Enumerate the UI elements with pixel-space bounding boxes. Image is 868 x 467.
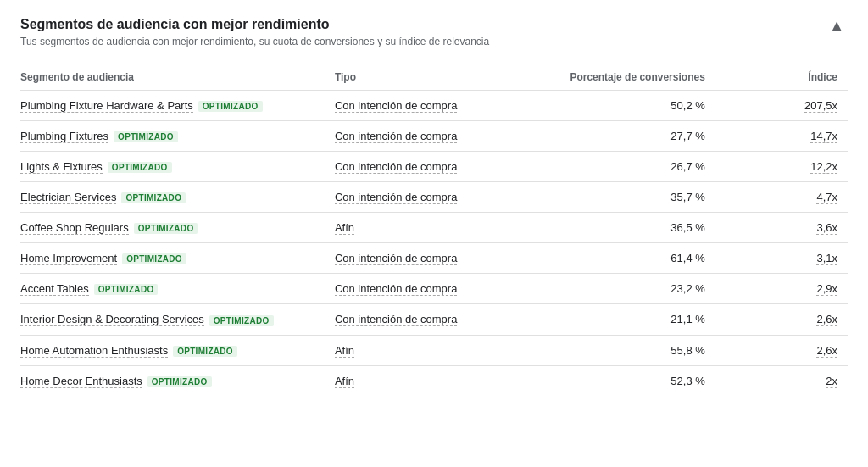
cell-pct: 55,8 % bbox=[566, 335, 715, 365]
table-header-row: Segmento de audiencia Tipo Porcentaje de… bbox=[20, 64, 848, 91]
cell-segment: Home Automation EnthusiastsOPTIMIZADO bbox=[20, 335, 335, 365]
optimizado-badge: OPTIMIZADO bbox=[94, 284, 159, 295]
index-value: 2x bbox=[826, 375, 837, 388]
cell-pct: 26,7 % bbox=[566, 152, 715, 182]
cell-pct: 21,1 % bbox=[566, 304, 715, 335]
cell-index: 12,2x bbox=[715, 152, 848, 182]
table-row: Electrician ServicesOPTIMIZADOCon intenc… bbox=[20, 182, 848, 213]
cell-index: 2,6x bbox=[715, 304, 848, 335]
segment-name-text[interactable]: Plumbing Fixtures bbox=[20, 130, 108, 143]
index-value: 2,6x bbox=[816, 344, 837, 358]
cell-type: Con intención de compra bbox=[335, 91, 566, 121]
segment-name-text[interactable]: Lights & Fixtures bbox=[20, 160, 103, 174]
cell-type: Afín bbox=[335, 335, 566, 365]
optimizado-badge: OPTIMIZADO bbox=[198, 101, 263, 112]
audience-table: Segmento de audiencia Tipo Porcentaje de… bbox=[20, 64, 848, 396]
cell-segment: Home Decor EnthusiastsOPTIMIZADO bbox=[20, 365, 335, 396]
index-value: 14,7x bbox=[810, 130, 837, 143]
optimizado-badge: OPTIMIZADO bbox=[121, 192, 186, 203]
cell-index: 2x bbox=[715, 365, 848, 396]
cell-type: Con intención de compra bbox=[335, 274, 566, 304]
page-subtitle: Tus segmentos de audiencia con mejor ren… bbox=[20, 36, 489, 47]
segment-name-text[interactable]: Accent Tables bbox=[20, 282, 89, 296]
cell-index: 3,1x bbox=[715, 243, 848, 274]
cell-index: 2,9x bbox=[715, 274, 848, 304]
cell-segment: Plumbing FixturesOPTIMIZADO bbox=[20, 121, 335, 152]
cell-index: 14,7x bbox=[715, 121, 848, 152]
segment-name-text[interactable]: Home Improvement bbox=[20, 252, 117, 265]
optimizado-badge: OPTIMIZADO bbox=[114, 131, 178, 142]
table-row: Home Automation EnthusiastsOPTIMIZADOAfí… bbox=[20, 335, 848, 365]
optimizado-badge: OPTIMIZADO bbox=[122, 253, 186, 264]
segment-name-text[interactable]: Interior Design & Decorating Services bbox=[20, 313, 204, 326]
optimizado-badge: OPTIMIZADO bbox=[147, 376, 212, 387]
cell-index: 207,5x bbox=[715, 91, 848, 121]
type-text: Con intención de compra bbox=[335, 252, 458, 265]
chevron-up-icon: ▲ bbox=[829, 17, 844, 34]
cell-type: Con intención de compra bbox=[335, 243, 566, 274]
cell-segment: Lights & FixturesOPTIMIZADO bbox=[20, 152, 335, 182]
optimizado-badge: OPTIMIZADO bbox=[209, 315, 274, 326]
type-text: Afín bbox=[335, 344, 354, 358]
index-value: 2,9x bbox=[816, 282, 837, 296]
cell-segment: Home ImprovementOPTIMIZADO bbox=[20, 243, 335, 274]
table-row: Home ImprovementOPTIMIZADOCon intención … bbox=[20, 243, 848, 274]
table-row: Plumbing Fixture Hardware & PartsOPTIMIZ… bbox=[20, 91, 848, 121]
cell-index: 4,7x bbox=[715, 182, 848, 213]
cell-pct: 23,2 % bbox=[566, 274, 715, 304]
col-header-pct: Porcentaje de conversiones bbox=[566, 64, 715, 91]
cell-pct: 61,4 % bbox=[566, 243, 715, 274]
cell-segment: Coffee Shop RegularsOPTIMIZADO bbox=[20, 213, 335, 243]
type-text: Con intención de compra bbox=[335, 160, 458, 174]
cell-index: 3,6x bbox=[715, 213, 848, 243]
segment-name-text[interactable]: Coffee Shop Regulars bbox=[20, 221, 129, 235]
type-text: Con intención de compra bbox=[335, 313, 458, 326]
index-value: 3,1x bbox=[816, 252, 837, 265]
optimizado-badge: OPTIMIZADO bbox=[173, 346, 237, 357]
table-row: Interior Design & Decorating ServicesOPT… bbox=[20, 304, 848, 335]
col-header-segment: Segmento de audiencia bbox=[20, 64, 335, 91]
col-header-index: Índice bbox=[715, 64, 848, 91]
cell-index: 2,6x bbox=[715, 335, 848, 365]
main-container: Segmentos de audiencia con mejor rendimi… bbox=[0, 0, 868, 413]
header-text: Segmentos de audiencia con mejor rendimi… bbox=[20, 17, 489, 64]
type-text: Con intención de compra bbox=[335, 282, 458, 296]
segment-name-text[interactable]: Plumbing Fixture Hardware & Parts bbox=[20, 99, 193, 113]
col-header-type: Tipo bbox=[335, 64, 566, 91]
optimizado-badge: OPTIMIZADO bbox=[108, 162, 172, 173]
cell-pct: 27,7 % bbox=[566, 121, 715, 152]
collapse-button[interactable]: ▲ bbox=[826, 17, 848, 35]
cell-type: Con intención de compra bbox=[335, 121, 566, 152]
cell-segment: Interior Design & Decorating ServicesOPT… bbox=[20, 304, 335, 335]
type-text: Con intención de compra bbox=[335, 99, 458, 113]
header-row: Segmentos de audiencia con mejor rendimi… bbox=[20, 17, 848, 64]
cell-type: Con intención de compra bbox=[335, 304, 566, 335]
segment-name-text[interactable]: Home Automation Enthusiasts bbox=[20, 344, 168, 358]
segment-name-text[interactable]: Home Decor Enthusiasts bbox=[20, 375, 142, 388]
cell-pct: 35,7 % bbox=[566, 182, 715, 213]
type-text: Afín bbox=[335, 375, 354, 388]
index-value: 3,6x bbox=[816, 221, 837, 235]
index-value: 12,2x bbox=[810, 160, 837, 174]
cell-type: Con intención de compra bbox=[335, 182, 566, 213]
index-value: 207,5x bbox=[804, 99, 837, 113]
type-text: Con intención de compra bbox=[335, 130, 458, 143]
segment-name-text[interactable]: Electrician Services bbox=[20, 191, 116, 204]
cell-segment: Plumbing Fixture Hardware & PartsOPTIMIZ… bbox=[20, 91, 335, 121]
table-row: Coffee Shop RegularsOPTIMIZADOAfín36,5 %… bbox=[20, 213, 848, 243]
type-text: Afín bbox=[335, 221, 354, 235]
table-body: Plumbing Fixture Hardware & PartsOPTIMIZ… bbox=[20, 91, 848, 396]
index-value: 2,6x bbox=[816, 313, 837, 326]
table-row: Home Decor EnthusiastsOPTIMIZADOAfín52,3… bbox=[20, 365, 848, 396]
table-row: Lights & FixturesOPTIMIZADOCon intención… bbox=[20, 152, 848, 182]
cell-type: Con intención de compra bbox=[335, 152, 566, 182]
cell-pct: 36,5 % bbox=[566, 213, 715, 243]
type-text: Con intención de compra bbox=[335, 191, 458, 204]
table-row: Plumbing FixturesOPTIMIZADOCon intención… bbox=[20, 121, 848, 152]
index-value: 4,7x bbox=[816, 191, 837, 204]
optimizado-badge: OPTIMIZADO bbox=[134, 223, 198, 234]
cell-pct: 50,2 % bbox=[566, 91, 715, 121]
cell-segment: Electrician ServicesOPTIMIZADO bbox=[20, 182, 335, 213]
cell-type: Afín bbox=[335, 365, 566, 396]
table-row: Accent TablesOPTIMIZADOCon intención de … bbox=[20, 274, 848, 304]
